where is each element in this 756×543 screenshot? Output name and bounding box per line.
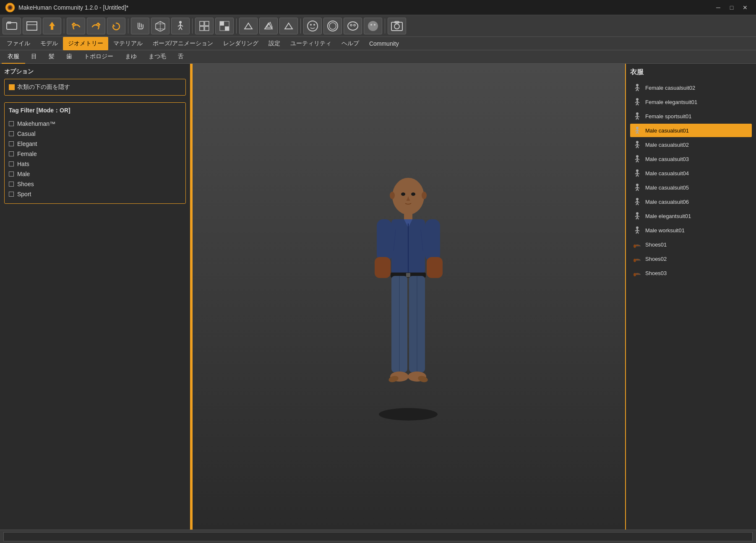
filter-checkbox-Male[interactable]	[9, 171, 14, 177]
clothing-label: Male worksuit01	[645, 227, 685, 234]
clothing-icon	[633, 240, 642, 249]
clothing-item[interactable]: Male casualsuit04	[630, 166, 752, 180]
filter-checkbox-Hats[interactable]	[9, 161, 14, 166]
svg-marker-30	[285, 23, 292, 29]
clothing-item[interactable]: Shoes02	[630, 252, 752, 265]
screenshot-btn[interactable]	[388, 18, 406, 34]
clothing-item[interactable]: Male casualsuit02	[630, 138, 752, 151]
face3-btn[interactable]	[344, 18, 362, 34]
status-input[interactable]	[3, 532, 753, 541]
tab-歯[interactable]: 歯	[60, 50, 78, 64]
filter-checkbox-Elegant[interactable]	[9, 141, 14, 146]
tab-髪[interactable]: 髪	[43, 50, 60, 64]
filter-item-Shoes[interactable]: Shoes	[9, 179, 181, 189]
hide-under-checkbox[interactable]	[9, 84, 15, 90]
filter-item-Elegant[interactable]: Elegant	[9, 139, 181, 149]
menu-item-ジオメトリー[interactable]: ジオメトリー	[63, 37, 108, 50]
status-bar	[0, 530, 756, 543]
filter-item-Casual[interactable]: Casual	[9, 129, 181, 139]
clothing-item[interactable]: Shoes03	[630, 266, 752, 280]
tab-舌[interactable]: 舌	[172, 50, 190, 64]
face4-btn[interactable]	[364, 18, 382, 34]
figure-container	[328, 154, 488, 439]
filter-item-Hats[interactable]: Hats	[9, 159, 181, 169]
clothing-item[interactable]: Female elegantsuit01	[630, 95, 752, 109]
toolbar-separator-3	[192, 18, 193, 34]
clothing-icon	[633, 154, 642, 164]
svg-point-39	[368, 21, 378, 31]
clothing-label: Male casualsuit04	[645, 170, 689, 177]
filter-title: Tag Filter [Mode：OR]	[9, 107, 181, 114]
clothing-item[interactable]: Shoes01	[630, 238, 752, 251]
svg-point-45	[379, 408, 438, 421]
filter-checkbox-Sport[interactable]	[9, 192, 14, 197]
tab-まゆ[interactable]: まゆ	[119, 50, 143, 64]
maximize-button[interactable]: □	[726, 3, 738, 13]
grab-toolbar-btn[interactable]	[131, 18, 149, 34]
svg-line-100	[637, 146, 639, 148]
top-view-btn[interactable]	[279, 18, 298, 34]
menu-item-モデル[interactable]: モデル	[35, 37, 63, 50]
front-view-btn[interactable]	[239, 18, 258, 34]
filter-item-Makehuman™[interactable]: Makehuman™	[9, 119, 181, 129]
svg-point-67	[390, 192, 395, 199]
refresh-toolbar-btn[interactable]	[107, 18, 125, 34]
svg-point-37	[350, 24, 352, 26]
face2-btn[interactable]	[323, 18, 342, 34]
tab-衣服[interactable]: 衣服	[2, 50, 25, 64]
toolbar-separator-2	[128, 18, 128, 34]
viewport[interactable]	[191, 64, 626, 530]
undo-toolbar-btn[interactable]	[67, 18, 85, 34]
upload-toolbar-btn[interactable]	[43, 18, 61, 34]
tab-目[interactable]: 目	[25, 50, 43, 64]
menu-item-マテリアル[interactable]: マテリアル	[108, 37, 148, 50]
tab-まつ毛[interactable]: まつ毛	[143, 50, 172, 64]
clothing-item[interactable]: Male elegantsuit01	[630, 209, 752, 223]
clothing-item[interactable]: Male casualsuit01	[630, 124, 752, 137]
filter-checkbox-Makehuman™[interactable]	[9, 121, 14, 126]
pose-toolbar-btn[interactable]	[171, 18, 190, 34]
svg-rect-51	[377, 219, 392, 261]
minimize-button[interactable]: ─	[712, 3, 724, 13]
menu-item-Community[interactable]: Community	[364, 37, 404, 50]
filter-item-Sport[interactable]: Sport	[9, 189, 181, 199]
menu-item-ポーズ/アニメーション[interactable]: ポーズ/アニメーション	[148, 37, 218, 50]
svg-point-38	[354, 24, 355, 26]
clothing-icon	[633, 97, 642, 107]
filter-item-Female[interactable]: Female	[9, 149, 181, 159]
camera-toolbar-btn[interactable]	[3, 18, 21, 34]
tab-トポロジー[interactable]: トポロジー	[78, 50, 119, 64]
filter-checkbox-Casual[interactable]	[9, 131, 14, 136]
clothing-item[interactable]: Male casualsuit03	[630, 152, 752, 166]
menu-item-ファイル[interactable]: ファイル	[2, 37, 35, 50]
clothing-item[interactable]: Male worksuit01	[630, 223, 752, 237]
clothing-item[interactable]: Female casualsuit02	[630, 81, 752, 94]
clothing-item[interactable]: Female sportsuit01	[630, 109, 752, 123]
filter-checkbox-Shoes[interactable]	[9, 182, 14, 187]
face1-btn[interactable]	[303, 18, 322, 34]
hide-under-clothes-row[interactable]: 衣類の下の面を隠す	[9, 83, 181, 91]
svg-rect-23	[220, 21, 224, 26]
checker-toolbar-btn[interactable]	[215, 18, 234, 34]
filter-item-Male[interactable]: Male	[9, 169, 181, 179]
panel-toolbar-btn[interactable]	[23, 18, 41, 34]
svg-point-32	[310, 24, 312, 26]
clothing-item[interactable]: Male casualsuit05	[630, 181, 752, 194]
menu-item-レンダリング[interactable]: レンダリング	[218, 37, 263, 50]
svg-point-43	[394, 24, 399, 29]
grid-toolbar-btn[interactable]	[195, 18, 214, 34]
side-view-btn[interactable]	[259, 18, 278, 34]
menu-item-ユーティリティ[interactable]: ユーティリティ	[285, 37, 336, 50]
close-button[interactable]: ✕	[739, 3, 751, 13]
menu-item-ヘルプ[interactable]: ヘルプ	[336, 37, 364, 50]
menu-item-設定[interactable]: 設定	[263, 37, 285, 50]
svg-rect-53	[425, 219, 440, 261]
svg-point-65	[401, 192, 405, 196]
clothing-item[interactable]: Male casualsuit06	[630, 195, 752, 208]
svg-rect-52	[375, 257, 391, 278]
filter-checkbox-Female[interactable]	[9, 151, 14, 156]
filter-label-Makehuman™: Makehuman™	[17, 120, 55, 127]
mesh-toolbar-btn[interactable]	[151, 18, 169, 34]
svg-point-113	[636, 184, 639, 186]
redo-toolbar-btn[interactable]	[87, 18, 105, 34]
